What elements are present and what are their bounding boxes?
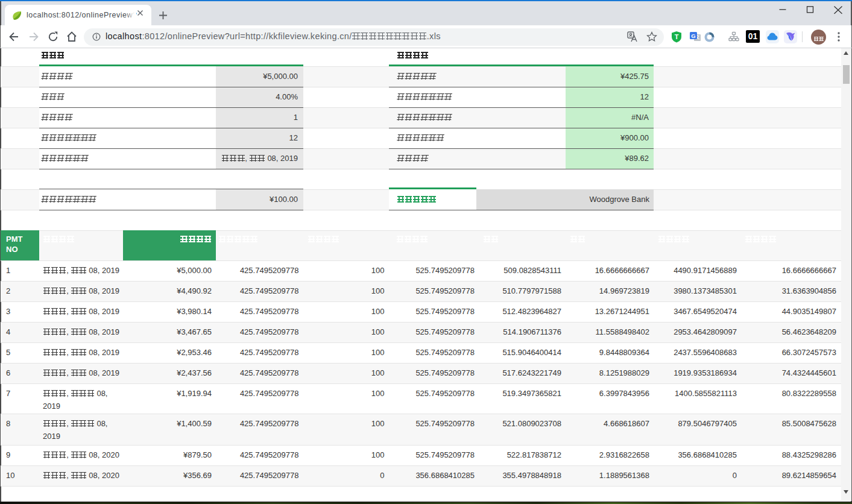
svg-text:G: G (691, 33, 695, 39)
svg-text:T: T (675, 33, 679, 40)
